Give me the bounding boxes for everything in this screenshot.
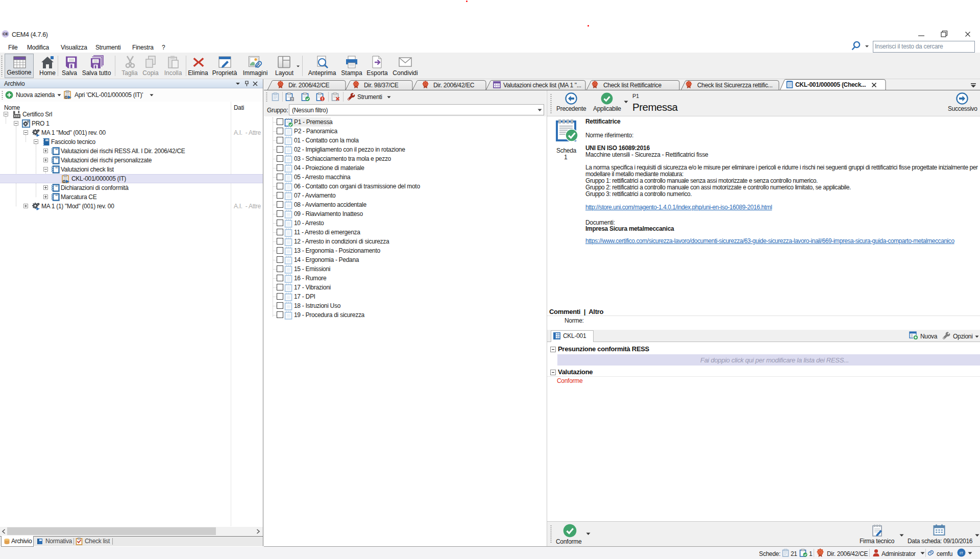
svg-text:?: ? <box>291 97 293 102</box>
svg-text:IT: IT <box>960 551 963 555</box>
svg-text:CE: CE <box>3 32 8 36</box>
